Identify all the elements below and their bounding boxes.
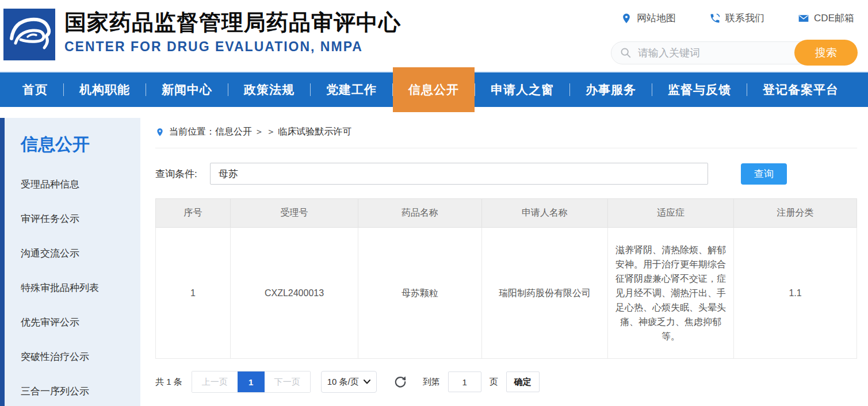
sidebar-item-special-approval[interactable]: 特殊审批品种列表 [5,270,140,305]
quick-links: 网站地图 联系我们 CDE邮箱 [621,12,854,25]
main-area: 信息公开 受理品种信息 审评任务公示 沟通交流公示 特殊审批品种列表 优先审评公… [0,107,868,406]
cde-logo-icon [3,9,55,60]
results-table-wrap: 序号 受理号 药品名称 申请人名称 适应症 注册分类 1 CXZL2400013 [155,198,857,359]
sidebar-item-breakthrough-therapy[interactable]: 突破性治疗公示 [5,339,140,374]
sitemap-label: 网站地图 [637,12,676,25]
sidebar-item-accepted-varieties[interactable]: 受理品种信息 [5,167,140,201]
site-header: 国家药品监督管理局药品审评中心 CENTER FOR DRUG EVALUATI… [0,0,868,71]
chevron-down-icon [364,380,370,384]
sidebar-item-review-tasks[interactable]: 审评任务公示 [5,201,140,236]
cell-drug-name: 母苏颗粒 [358,228,482,359]
goto-page-input[interactable] [448,371,481,392]
nav-item-party[interactable]: 党建工作 [311,72,392,108]
nav-item-home[interactable]: 首页 [7,72,63,108]
pagination-total: 共 1 条 [155,377,182,388]
location-pin-icon [155,127,165,138]
site-subtitle: CENTER FOR DRUG EVALUATION, NMPA [64,39,401,55]
sidebar-item-communication[interactable]: 沟通交流公示 [5,236,140,270]
col-header-drug-name: 药品名称 [358,199,482,228]
site-title: 国家药品监督管理局药品审评中心 [64,9,401,36]
contact-link[interactable]: 联系我们 [709,12,764,25]
sidebar-item-three-in-one[interactable]: 三合一序列公示 [5,374,140,406]
main-nav: 首页 机构职能 新闻中心 政策法规 党建工作 信息公开 申请人之窗 办事服务 监… [0,71,868,107]
nav-item-info-disclosure[interactable]: 信息公开 [393,67,475,112]
nav-item-policy[interactable]: 政策法规 [228,72,310,108]
site-search: 搜索 [611,41,857,65]
mail-icon [798,13,809,24]
results-table: 序号 受理号 药品名称 申请人名称 适应症 注册分类 1 CXZL2400013 [155,198,857,359]
query-input[interactable] [210,163,708,185]
site-search-button[interactable]: 搜索 [794,40,858,66]
page-size-value: 10 条/页 [327,377,359,388]
sidebar-item-priority-review[interactable]: 优先审评公示 [5,305,140,339]
breadcrumb: 当前位置：信息公开 ＞ ＞ 临床试验默示许可 [155,118,857,148]
page-size-select[interactable]: 10 条/页 [321,371,377,393]
col-header-registration-class: 注册分类 [734,199,857,228]
prev-page-button[interactable]: 上一页 [192,371,238,392]
sidebar-title: 信息公开 [5,133,140,156]
table-header-row: 序号 受理号 药品名称 申请人名称 适应症 注册分类 [156,199,857,228]
contact-label: 联系我们 [725,12,764,25]
col-header-applicant: 申请人名称 [482,199,608,228]
mailbox-label: CDE邮箱 [814,12,854,25]
query-form: 查询条件: 查询 [155,163,857,185]
phone-icon [709,13,721,24]
pager-group: 上一页 1 下一页 [192,371,311,393]
cell-acceptance-no: CXZL2400013 [231,228,358,359]
location-pin-icon [621,13,632,24]
site-search-input[interactable] [638,47,776,59]
query-label: 查询条件: [155,167,197,181]
col-header-index: 序号 [156,199,231,228]
nav-item-supervision[interactable]: 监督与反馈 [652,72,747,108]
nav-item-functions[interactable]: 机构职能 [64,72,146,108]
cell-index: 1 [156,228,231,359]
pagination: 共 1 条 上一页 1 下一页 10 条/页 到第 [155,371,857,393]
cell-applicant: 瑞阳制药股份有限公司 [482,228,608,359]
nav-item-registration-platform[interactable]: 登记备案平台 [747,72,854,108]
nav-item-news[interactable]: 新闻中心 [146,72,228,108]
mailbox-link[interactable]: CDE邮箱 [798,12,854,25]
sitemap-link[interactable]: 网站地图 [621,12,676,25]
goto-page-label: 到第 [423,377,440,388]
content: 当前位置：信息公开 ＞ ＞ 临床试验默示许可 查询条件: 查询 序号 受 [155,118,857,406]
confirm-button[interactable]: 确定 [506,371,540,392]
search-icon [620,47,632,59]
goto-page-unit: 页 [490,377,498,388]
next-page-button[interactable]: 下一页 [265,371,310,392]
col-header-acceptance-no: 受理号 [231,199,358,228]
query-button[interactable]: 查询 [741,163,787,185]
table-row: 1 CXZL2400013 母苏颗粒 瑞阳制药股份有限公司 滋养肾阴、清热除烦、… [156,228,857,359]
nav-item-services[interactable]: 办事服务 [570,72,652,108]
page: 国家药品监督管理局药品审评中心 CENTER FOR DRUG EVALUATI… [0,0,868,406]
nav-item-applicant-window[interactable]: 申请人之窗 [475,72,569,108]
brand: 国家药品监督管理局药品审评中心 CENTER FOR DRUG EVALUATI… [64,9,401,55]
sidebar: 信息公开 受理品种信息 审评任务公示 沟通交流公示 特殊审批品种列表 优先审评公… [0,118,140,406]
current-page-button[interactable]: 1 [238,371,265,392]
breadcrumb-text: 当前位置：信息公开 ＞ ＞ 临床试验默示许可 [169,126,351,138]
refresh-icon[interactable] [393,374,408,389]
col-header-indication: 适应症 [608,199,734,228]
cell-indication: 滋养肾阴、清热除烦、解郁安神。用于治疗更年期综合征肾阴虚兼心肾不交证，症见月经不… [608,228,734,359]
cde-logo [3,9,55,60]
cell-registration-class: 1.1 [734,228,857,359]
